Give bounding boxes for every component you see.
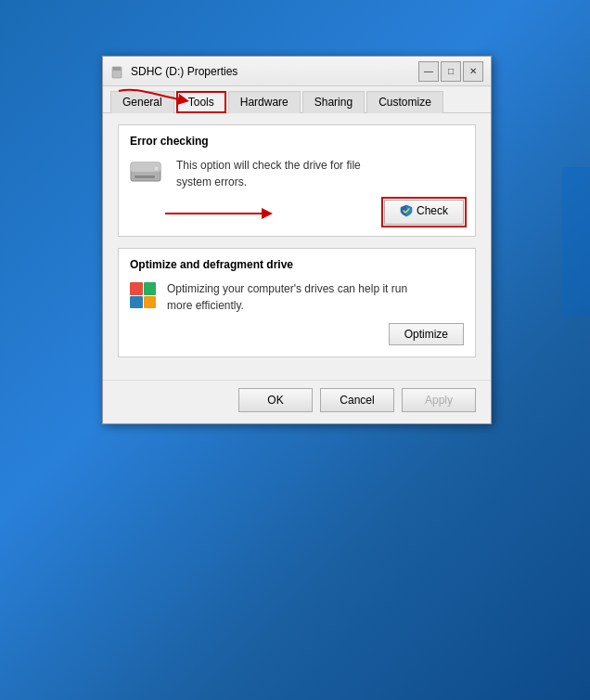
check-button[interactable]: Check	[384, 200, 464, 225]
tabs-bar: General Tools Hardware Sharing Customize	[103, 86, 491, 113]
tab-general[interactable]: General	[110, 91, 174, 113]
ok-button[interactable]: OK	[238, 388, 313, 412]
apply-button[interactable]: Apply	[402, 388, 476, 412]
error-checking-title: Error checking	[130, 135, 464, 148]
optimize-section: Optimize and defragment drive Optimizing…	[118, 248, 476, 357]
optimize-text-block: Optimizing your computer's drives can he…	[167, 280, 464, 345]
error-checking-action: Check	[176, 200, 464, 225]
close-button[interactable]: ✕	[463, 61, 483, 82]
check-button-content: Check	[400, 204, 448, 217]
tab-content: Error checking This option will check th…	[103, 113, 491, 380]
svg-rect-1	[112, 67, 122, 71]
tab-sharing[interactable]: Sharing	[302, 91, 365, 113]
error-checking-content: This option will check the drive for fil…	[130, 157, 464, 225]
check-button-label: Check	[417, 204, 448, 217]
tab-tools[interactable]: Tools	[176, 91, 226, 113]
optimize-content: Optimizing your computer's drives can he…	[130, 280, 464, 345]
maximize-button[interactable]: □	[441, 61, 461, 82]
title-bar-controls: — □ ✕	[418, 61, 483, 82]
cancel-button[interactable]: Cancel	[320, 388, 394, 412]
defrag-icon	[130, 282, 156, 308]
error-checking-description: This option will check the drive for fil…	[176, 157, 464, 190]
defrag-sq-blue	[130, 296, 143, 309]
optimize-button[interactable]: Optimize	[389, 323, 464, 345]
dialog-footer: OK Cancel Apply	[103, 380, 491, 423]
shield-icon	[400, 204, 413, 217]
tab-hardware[interactable]: Hardware	[228, 91, 301, 113]
minimize-button[interactable]: —	[418, 61, 439, 82]
optimize-title: Optimize and defragment drive	[130, 258, 464, 271]
svg-rect-9	[154, 166, 159, 171]
optimize-action: Optimize	[167, 323, 464, 345]
window-icon	[110, 64, 125, 79]
properties-dialog: SDHC (D:) Properties — □ ✕ General Tools…	[102, 56, 492, 424]
defrag-sq-green	[144, 282, 157, 295]
error-checking-section: Error checking This option will check th…	[118, 124, 476, 237]
optimize-description: Optimizing your computer's drives can he…	[167, 280, 464, 314]
defrag-sq-red	[130, 282, 143, 295]
tab-customize[interactable]: Customize	[366, 91, 443, 113]
defrag-sq-yellow	[144, 296, 157, 309]
svg-rect-8	[135, 175, 155, 178]
dialog-title: SDHC (D:) Properties	[131, 65, 418, 78]
title-bar: SDHC (D:) Properties — □ ✕	[103, 57, 491, 86]
drive-icon	[130, 159, 165, 186]
error-checking-text-block: This option will check the drive for fil…	[176, 157, 464, 225]
